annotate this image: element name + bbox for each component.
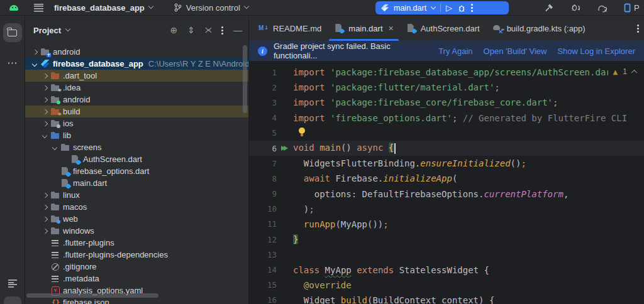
project-selector[interactable]: firebase_database_app [54,3,153,13]
chevron-down-icon[interactable] [50,143,60,153]
code-line-6[interactable]: 6void main() async { [249,141,644,156]
tree-item-main.dart[interactable]: main.dart [25,177,248,189]
editor-tab-main.dart[interactable]: main.dart× [328,16,399,41]
chevron-right-icon[interactable] [40,202,50,212]
tree-item-firebase_options.dart[interactable]: firebase_options.dart [25,165,248,177]
gradle-sync-icon[interactable] [596,3,609,13]
code-editor[interactable]: 1import 'package:firebase_database_app/s… [249,61,644,304]
partial-toolwindow-button[interactable] [4,296,21,304]
collapse-all-icon[interactable] [205,26,211,34]
chevron-right-icon[interactable] [40,95,50,105]
tree-item-android[interactable]: android [25,94,248,106]
code-line-7[interactable]: 7 WidgetsFlutterBinding.ensureInitialize… [249,156,644,171]
text-file-icon [50,250,60,260]
code-text: options: DefaultFirebaseOptions.currentP… [293,189,569,199]
code-line-3[interactable]: 3import 'package:firebase_core/firebase_… [249,95,644,110]
profiler-bug-icon[interactable] [570,3,581,13]
tree-item-firebase_database_app[interactable]: firebase_database_appC:\Users\R Y Z E N\… [25,58,248,70]
code-text: class MyApp extends StatelessWidget { [293,265,489,275]
run-icon[interactable]: ▷ [446,4,452,12]
tree-item-.flutter-plugins[interactable]: .flutter-plugins [25,237,248,249]
run-configuration-widget[interactable]: main.dart ▷ [375,1,509,14]
tree-item-label: linux [63,190,80,200]
tabbar-more-kebab-icon[interactable] [637,24,639,33]
tree-item-.gitignore[interactable]: .gitignore [25,261,248,273]
chevron-right-icon[interactable] [30,47,40,57]
chevron-down-icon[interactable] [65,26,70,31]
more-toolwindows-icon[interactable] [8,62,17,64]
dart-file-icon [60,166,70,176]
banner-action-show-log-in-explorer[interactable]: Show Log in Explorer [557,46,635,56]
tree-item-ios[interactable]: ios [25,117,248,129]
chevron-down-icon[interactable] [30,59,40,69]
android-studio-logo [9,5,18,11]
tree-item-label: lib [63,131,71,140]
debug-icon[interactable] [457,4,466,13]
run-main-gutter-icon[interactable] [277,146,293,151]
expand-all-icon[interactable]: ⇕ [187,26,195,35]
more-kebab-icon[interactable] [471,4,473,12]
code-line-14[interactable]: 14class MyApp extends StatelessWidget { [249,262,644,277]
build-hammer-icon[interactable] [544,3,555,13]
inspection-widget[interactable]: ▲ 1 [608,66,639,77]
code-line-8[interactable]: 8 await Firebase.initializeApp( [249,171,644,186]
bottom-toolwindow-lines-icon[interactable] [8,280,17,288]
tree-item-.idea[interactable]: .idea [25,82,248,94]
code-line-1[interactable]: 1import 'package:firebase_database_app/s… [249,65,644,80]
tree-item-screens[interactable]: screens [25,141,248,153]
code-line-11[interactable]: 11 runApp(MyApp()); [249,217,644,232]
tree-item-.metadata[interactable]: .metadata [25,273,248,285]
tree-item-lib[interactable]: lib [25,129,248,141]
quickfix-bulb-icon[interactable] [299,128,305,136]
main-menu-icon[interactable] [34,4,43,12]
tree-item-.flutter-plugins-dependencies[interactable]: .flutter-plugins-dependencies [25,249,248,261]
banner-action-try-again[interactable]: Try Again [438,46,472,56]
tree-item-linux[interactable]: linux [25,189,248,201]
banner-action-open-build-view[interactable]: Open 'Build' View [484,46,547,56]
editor-tab-README.md[interactable]: README.md [252,16,328,41]
android-root-folder-icon [40,47,50,57]
chevron-right-icon[interactable] [40,190,50,200]
editor-tab-AuthScreen.dart[interactable]: AuthScreen.dart [400,16,486,41]
horizontal-scrollbar-thumb[interactable] [26,293,158,298]
device-selector[interactable]: P [624,3,640,13]
tree-item-macos[interactable]: macos [25,201,248,213]
vcs-selector[interactable]: Version control [174,3,248,13]
tree-item-web[interactable]: web [25,213,248,225]
tree-item-AuthScreen.dart[interactable]: AuthScreen.dart [25,153,248,165]
tree-item-.dart_tool[interactable]: .dart_tool [25,70,248,82]
chevron-right-icon[interactable] [40,214,50,224]
tree-item-windows[interactable]: windows [25,225,248,237]
tree-item-label: firebase_options.dart [73,166,149,176]
titlebar-right-actions: P [540,0,644,16]
hide-panel-icon[interactable]: — [233,25,242,35]
code-line-4[interactable]: 4import 'firebase_options.dart'; // Gene… [249,111,644,126]
locate-file-icon[interactable]: ⊕ [170,26,178,35]
more-options-icon[interactable] [221,26,223,35]
chevron-up-icon[interactable] [631,69,638,75]
chevron-down-icon[interactable] [40,131,50,141]
editor-tab-build.gradle.kts (:app)[interactable]: build.gradle.kts (:app) [486,16,592,41]
line-number: 8 [249,174,277,183]
tree-item-label: android [63,95,90,104]
code-line-15[interactable]: 15 @override [249,278,644,293]
chevron-right-icon[interactable] [40,83,50,93]
tree-item-android[interactable]: android [25,46,248,58]
code-line-12[interactable]: 12} [249,232,644,247]
chevron-right-icon[interactable] [40,226,50,236]
code-line-16[interactable]: 16 Widget build(BuildContext context) { [249,293,644,304]
code-line-5[interactable]: 5 [249,126,644,141]
close-tab-icon[interactable]: × [389,24,394,33]
chevron-right-icon[interactable] [40,119,50,129]
project-toolwindow-button[interactable] [3,23,22,42]
chevron-right-icon[interactable] [40,71,50,81]
chevron-right-icon[interactable] [40,107,50,117]
code-line-10[interactable]: 10 ); [249,202,644,217]
code-line-13[interactable]: 13 [249,247,644,262]
editor-tabbar: README.mdmain.dart×AuthScreen.dartbuild.… [249,16,644,41]
code-line-2[interactable]: 2import 'package:flutter/material.dart'; [249,80,644,95]
code-line-9[interactable]: 9 options: DefaultFirebaseOptions.curren… [249,187,644,202]
code-text: WidgetsFlutterBinding.ensureInitialized(… [293,158,526,168]
tree-item-build[interactable]: build [25,106,248,117]
vertical-scrollbar-thumb[interactable] [243,45,247,113]
